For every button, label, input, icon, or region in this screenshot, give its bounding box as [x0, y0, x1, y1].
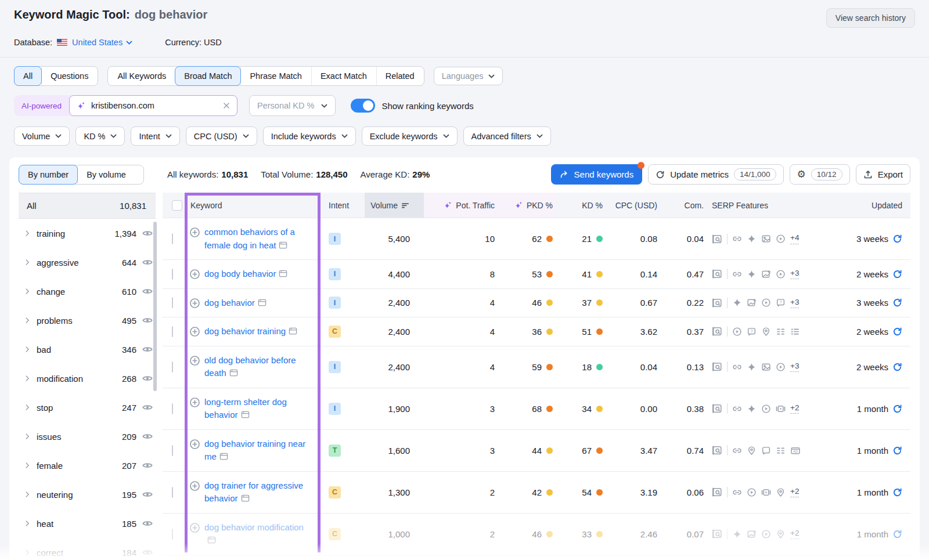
- add-keyword-icon[interactable]: [189, 522, 200, 533]
- send-keywords-button[interactable]: Send keywords: [551, 164, 643, 185]
- more-serp-features[interactable]: +4: [790, 233, 799, 244]
- serp-preview-icon[interactable]: [712, 269, 722, 279]
- refresh-metrics-icon[interactable]: [892, 327, 902, 337]
- filter-cpc-usd-[interactable]: CPC (USD): [186, 127, 257, 146]
- serp-preview-icon[interactable]: [712, 362, 722, 372]
- select-all-checkbox[interactable]: [172, 200, 182, 211]
- sidebar-group-modification[interactable]: modification268: [19, 364, 156, 393]
- database-selector[interactable]: United States: [57, 38, 132, 47]
- keyword-link[interactable]: dog behavior training near me: [204, 438, 308, 464]
- row-checkbox[interactable]: [172, 403, 173, 414]
- sidebar-group-issues[interactable]: issues209: [19, 422, 156, 451]
- serp-preview-icon[interactable]: [712, 529, 722, 539]
- sidebar-all-row[interactable]: All 10,831: [19, 193, 156, 219]
- row-checkbox[interactable]: [172, 362, 173, 373]
- expand-group-icon[interactable]: [23, 403, 31, 411]
- add-keyword-icon[interactable]: [189, 480, 200, 492]
- expand-group-icon[interactable]: [23, 519, 31, 528]
- hide-group-icon[interactable]: [142, 344, 153, 355]
- more-serp-features[interactable]: +3: [790, 298, 799, 308]
- sidebar-tab-by-number[interactable]: By number: [19, 165, 78, 185]
- filter-include-keywords[interactable]: Include keywords: [263, 127, 356, 146]
- row-checkbox[interactable]: [172, 297, 173, 308]
- tab-questions[interactable]: Questions: [41, 67, 98, 85]
- add-keyword-icon[interactable]: [189, 439, 200, 450]
- row-checkbox[interactable]: [172, 326, 173, 337]
- column-header-com[interactable]: Com.: [662, 193, 706, 218]
- sidebar-group-bad[interactable]: bad346: [19, 335, 156, 364]
- expand-group-icon[interactable]: [23, 461, 31, 469]
- add-keyword-icon[interactable]: [189, 269, 200, 280]
- serp-window-icon[interactable]: [279, 241, 287, 250]
- expand-group-icon[interactable]: [23, 490, 31, 498]
- serp-window-icon[interactable]: [289, 327, 297, 335]
- keyword-link[interactable]: dog behavior modification: [204, 521, 308, 547]
- show-ranking-keywords-toggle[interactable]: [351, 99, 375, 113]
- more-serp-features[interactable]: +2: [790, 403, 799, 414]
- hide-group-icon[interactable]: [142, 460, 153, 471]
- sidebar-group-training[interactable]: training1,394: [19, 219, 156, 248]
- refresh-metrics-icon[interactable]: [892, 269, 902, 279]
- hide-group-icon[interactable]: [142, 489, 153, 500]
- hide-group-icon[interactable]: [142, 227, 153, 239]
- column-header-keyword[interactable]: Keyword: [189, 193, 329, 218]
- sidebar-tab-by-volume[interactable]: By volume: [77, 165, 135, 184]
- serp-window-icon[interactable]: [279, 269, 287, 278]
- serp-window-icon[interactable]: [229, 368, 238, 377]
- column-header-cpc[interactable]: CPC (USD): [605, 193, 662, 218]
- refresh-metrics-icon[interactable]: [892, 234, 902, 244]
- table-settings-button[interactable]: ⚙ 10/12: [790, 164, 850, 185]
- filter-exclude-keywords[interactable]: Exclude keywords: [362, 127, 458, 146]
- serp-preview-icon[interactable]: [712, 487, 722, 497]
- hide-group-icon[interactable]: [142, 315, 153, 326]
- column-header-updated[interactable]: Updated: [816, 193, 910, 218]
- filter-kd-[interactable]: KD %: [75, 127, 125, 146]
- filter-advanced-filters[interactable]: Advanced filters: [463, 127, 551, 146]
- hide-group-icon[interactable]: [142, 373, 153, 384]
- domain-input[interactable]: [91, 101, 218, 110]
- keyword-link[interactable]: dog behavior: [204, 297, 267, 310]
- tab-all[interactable]: All: [14, 66, 42, 86]
- hide-group-icon[interactable]: [142, 431, 153, 442]
- refresh-metrics-icon[interactable]: [892, 487, 902, 497]
- expand-group-icon[interactable]: [23, 316, 31, 324]
- serp-preview-icon[interactable]: [712, 445, 722, 456]
- sidebar-group-neutering[interactable]: neutering195: [19, 480, 156, 509]
- sidebar-group-change[interactable]: change610: [19, 277, 156, 306]
- row-checkbox[interactable]: [172, 445, 173, 456]
- more-serp-features[interactable]: +2: [790, 529, 799, 539]
- tab-phrase-match[interactable]: Phrase Match: [240, 67, 311, 85]
- add-keyword-icon[interactable]: [189, 397, 200, 408]
- hide-group-icon[interactable]: [142, 286, 153, 297]
- add-keyword-icon[interactable]: [189, 227, 200, 238]
- column-header-intent[interactable]: Intent: [329, 193, 365, 218]
- serp-window-icon[interactable]: [241, 494, 250, 503]
- languages-dropdown[interactable]: Languages: [434, 67, 503, 85]
- column-header-pkd[interactable]: PKD %: [500, 193, 556, 218]
- serp-window-icon[interactable]: [219, 452, 228, 461]
- keyword-link[interactable]: old dog behavior before death: [204, 354, 308, 380]
- hide-group-icon[interactable]: [142, 256, 153, 268]
- add-keyword-icon[interactable]: [189, 326, 200, 337]
- add-keyword-icon[interactable]: [189, 355, 200, 366]
- view-search-history-button[interactable]: View search history: [826, 8, 915, 28]
- column-header-pot-traffic[interactable]: Pot. Traffic: [424, 193, 500, 218]
- expand-group-icon[interactable]: [23, 258, 31, 266]
- expand-group-icon[interactable]: [23, 345, 31, 353]
- row-checkbox[interactable]: [172, 233, 173, 244]
- keyword-link[interactable]: dog behavior training: [204, 325, 297, 338]
- sidebar-group-aggressive[interactable]: aggressive644: [19, 248, 156, 277]
- filter-volume[interactable]: Volume: [14, 127, 70, 146]
- serp-preview-icon[interactable]: [712, 298, 722, 308]
- expand-group-icon[interactable]: [23, 287, 31, 295]
- row-checkbox[interactable]: [172, 529, 173, 540]
- tab-broad-match[interactable]: Broad Match: [175, 66, 241, 86]
- serp-window-icon[interactable]: [258, 298, 267, 307]
- hide-group-icon[interactable]: [142, 402, 153, 413]
- add-keyword-icon[interactable]: [189, 298, 200, 309]
- sidebar-group-correct[interactable]: correct184: [19, 538, 156, 560]
- more-serp-features[interactable]: +3: [790, 362, 799, 372]
- column-header-volume[interactable]: Volume: [365, 193, 424, 218]
- refresh-metrics-icon[interactable]: [892, 529, 902, 539]
- refresh-metrics-icon[interactable]: [892, 362, 902, 372]
